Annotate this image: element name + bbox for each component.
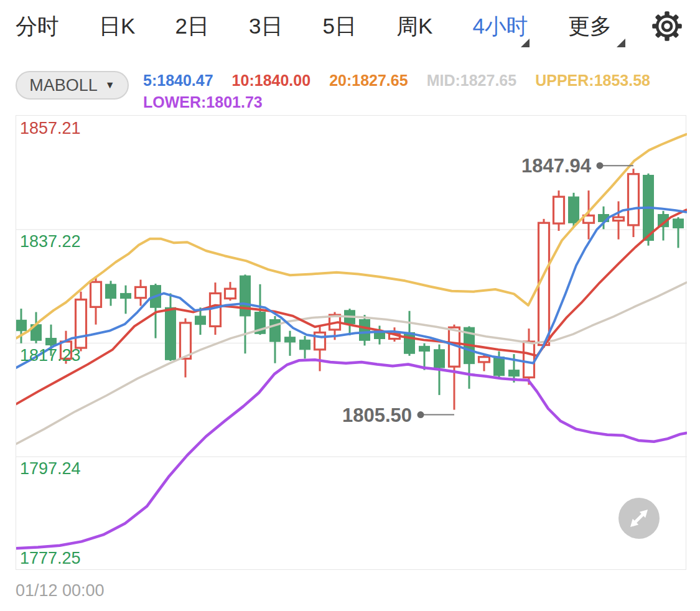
- expand-chart-button[interactable]: [618, 498, 660, 539]
- svg-text:1847.94: 1847.94: [521, 155, 592, 177]
- indicator-ma5: 5:1840.47: [143, 70, 213, 91]
- tab-5day-label: 5日: [322, 14, 356, 38]
- tab-3day[interactable]: 3日: [249, 9, 282, 44]
- tab-daily-k[interactable]: 日K: [99, 9, 135, 44]
- tab-4hour[interactable]: 4小时: [472, 9, 528, 44]
- dropdown-corner-triangle-icon: [521, 39, 530, 47]
- dropdown-corner-triangle-icon: [617, 39, 625, 47]
- tab-daily-k-label: 日K: [99, 14, 135, 38]
- tab-5day[interactable]: 5日: [322, 9, 356, 44]
- tab-weekly-k[interactable]: 周K: [396, 9, 432, 44]
- indicator-ma10: 10:1840.00: [232, 70, 311, 91]
- tab-weekly-k-label: 周K: [396, 14, 432, 38]
- tab-3day-label: 3日: [249, 14, 282, 38]
- settings-button[interactable]: [651, 11, 683, 42]
- tab-2day[interactable]: 2日: [175, 9, 208, 44]
- tab-4hour-label: 4小时: [472, 14, 528, 38]
- indicator-boll-lower: LOWER:1801.73: [143, 91, 263, 113]
- x-axis-label: 01/12 00:00: [16, 581, 105, 600]
- tab-more-label: 更多: [568, 14, 612, 38]
- timeframe-tabbar: 分时 日K 2日 3日 5日 周K 4小时 更多: [16, 9, 683, 44]
- indicator-selector-label: MABOLL: [29, 76, 98, 95]
- indicator-ma20: 20:1827.65: [329, 70, 408, 91]
- indicator-selector[interactable]: MABOLL ▼: [16, 71, 129, 100]
- chart-canvas[interactable]: 1847.941805.50: [16, 116, 687, 571]
- tab-more[interactable]: 更多: [568, 9, 612, 44]
- svg-text:1805.50: 1805.50: [342, 404, 412, 426]
- indicator-boll-upper: UPPER:1853.58: [535, 70, 650, 91]
- tab-minute-label: 分时: [16, 14, 59, 38]
- indicator-boll-mid: MID:1827.65: [427, 70, 517, 91]
- caret-down-icon: ▼: [105, 80, 115, 91]
- expand-diagonal-arrows-icon: [618, 498, 660, 539]
- tab-minute[interactable]: 分时: [16, 9, 59, 44]
- candlestick-chart[interactable]: 1847.941805.50 1857.21 1837.22 1817.23 1…: [16, 115, 686, 570]
- indicator-values-row2: LOWER:1801.73: [143, 91, 691, 113]
- tab-2day-label: 2日: [175, 14, 208, 38]
- chart-app: 分时 日K 2日 3日 5日 周K 4小时 更多 MABOLL ▼: [0, 0, 700, 611]
- gear-icon: [651, 11, 683, 42]
- indicator-values-row1: 5:1840.47 10:1840.00 20:1827.65 MID:1827…: [143, 70, 691, 91]
- indicator-values: 5:1840.47 10:1840.00 20:1827.65 MID:1827…: [143, 70, 691, 113]
